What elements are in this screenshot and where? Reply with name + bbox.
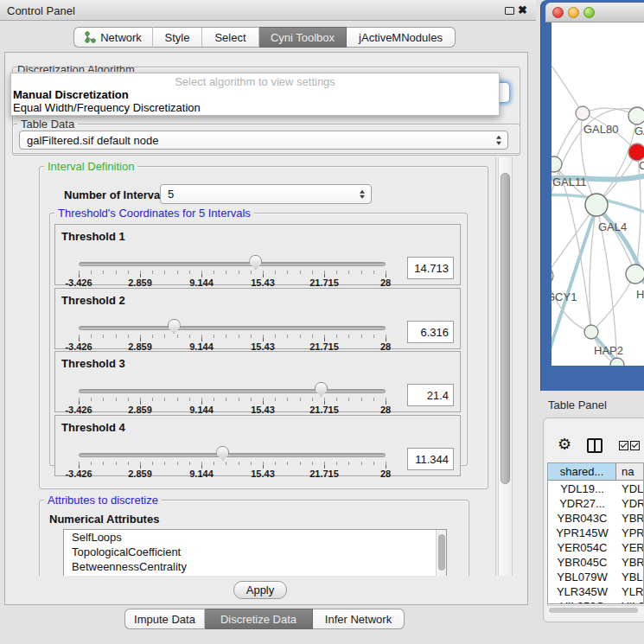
threshold-2-slider-thumb[interactable] bbox=[168, 319, 181, 334]
threshold-4-slider-thumb[interactable] bbox=[216, 446, 229, 461]
threshold-1-value-field[interactable]: 14.713 bbox=[407, 257, 454, 279]
threshold-2-slider-track[interactable] bbox=[79, 326, 386, 330]
table-row[interactable]: YPR145WYPR1 bbox=[548, 526, 644, 541]
list-item-topologicalcoefficient[interactable]: TopologicalCoefficient bbox=[64, 545, 446, 559]
scale-tick-label: -3.426 bbox=[48, 405, 109, 415]
node-gcy1[interactable] bbox=[552, 268, 553, 284]
scale-tick-label: 21.715 bbox=[294, 277, 354, 288]
network-icon bbox=[85, 31, 96, 43]
node-red[interactable] bbox=[628, 143, 644, 161]
tab-impute-data[interactable]: Impute Data bbox=[124, 609, 205, 629]
scale-tick-label: 9.144 bbox=[171, 277, 232, 288]
number-of-intervals-value: 5 bbox=[168, 188, 174, 201]
screen: Control Panel ✖ Network Style Select Cyn… bbox=[0, 0, 644, 644]
table-horizontal-scrollbar[interactable] bbox=[547, 605, 644, 614]
threshold-3-slider-track[interactable] bbox=[79, 389, 386, 393]
list-item-betweennesscentrality[interactable]: BetweennessCentrality bbox=[64, 559, 446, 574]
scale-tick-label: 21.715 bbox=[294, 469, 354, 479]
node-partial-right[interactable] bbox=[626, 265, 644, 284]
table-row[interactable]: YBR043CYBR0 bbox=[548, 512, 644, 526]
network-window-titlebar[interactable] bbox=[545, 3, 644, 22]
table-row[interactable]: YDR27...YDR2 bbox=[548, 497, 644, 512]
threshold-4-box: Threshold 4 -3.426 2.859 9.144 15.43 21.… bbox=[54, 415, 461, 476]
tab-select[interactable]: Select bbox=[202, 27, 259, 48]
apply-button[interactable]: Apply bbox=[233, 581, 287, 599]
scale-tick-label: 2.859 bbox=[110, 405, 170, 415]
threshold-3-slider-thumb[interactable] bbox=[315, 382, 328, 397]
threshold-1-slider-thumb[interactable] bbox=[249, 255, 262, 270]
threshold-1-box: Threshold 1 -3.426 2.859 9.144 15.43 21.… bbox=[54, 224, 461, 285]
threshold-4-slider-track[interactable] bbox=[79, 453, 386, 457]
node-label: GAL11 bbox=[552, 175, 587, 188]
minor-ticks bbox=[79, 398, 386, 401]
settings-scrollbar-thumb[interactable] bbox=[501, 173, 510, 484]
tab-discretize-data[interactable]: Discretize Data bbox=[205, 609, 313, 629]
float-window-icon[interactable] bbox=[505, 7, 514, 15]
tab-network-label: Network bbox=[100, 31, 142, 44]
interval-definition-group-label: Interval Definition bbox=[44, 160, 137, 173]
control-panel-titlebar bbox=[0, 0, 536, 21]
node-hap2[interactable] bbox=[584, 325, 598, 339]
table-horizontal-scrollbar-thumb[interactable] bbox=[549, 608, 638, 613]
node-label: HAP2 bbox=[594, 344, 623, 357]
split-view-icon[interactable] bbox=[587, 438, 603, 453]
node-gal80[interactable] bbox=[576, 106, 590, 120]
node-bottom[interactable] bbox=[610, 358, 624, 366]
table-row[interactable]: YIL052CYIL0 bbox=[548, 600, 644, 604]
threshold-2-value-field[interactable]: 6.316 bbox=[407, 321, 454, 343]
table-row[interactable]: YDL19...YDL1 bbox=[548, 482, 644, 497]
minor-ticks bbox=[79, 271, 386, 274]
node-label: GAL80 bbox=[583, 123, 618, 136]
checkbox-icon[interactable] bbox=[630, 441, 640, 450]
mac-minimize-button[interactable] bbox=[568, 7, 579, 18]
tab-jactivemnodules-label: jActiveMNodules bbox=[359, 31, 443, 44]
combo-arrows-icon bbox=[496, 133, 501, 148]
table-data-combo[interactable]: galFiltered.sif default node bbox=[19, 131, 508, 150]
tab-jactivemnodules[interactable]: jActiveMNodules bbox=[347, 27, 456, 48]
node-gal11[interactable] bbox=[552, 156, 562, 172]
popup-item-manual-discretization[interactable]: Manual Discretization bbox=[13, 88, 129, 101]
threshold-1-label: Threshold 1 bbox=[61, 230, 125, 243]
threshold-2-label: Threshold 2 bbox=[61, 294, 125, 307]
tab-infer-network[interactable]: Infer Network bbox=[313, 609, 405, 629]
number-of-intervals-label: Number of Intervals bbox=[64, 188, 169, 201]
node-table: shared... na YDL19...YDL1 YDR27...YDR2 Y… bbox=[547, 462, 644, 604]
table-row[interactable]: YLR345WYLR3 bbox=[548, 585, 644, 600]
mac-close-button[interactable] bbox=[552, 7, 564, 18]
table-row[interactable]: YBR045CYBR0 bbox=[548, 556, 644, 571]
table-row[interactable]: YBL079WYBL0 bbox=[548, 571, 644, 585]
tab-network[interactable]: Network bbox=[73, 27, 153, 48]
mac-zoom-button[interactable] bbox=[583, 7, 595, 18]
scale-tick-label: -3.426 bbox=[48, 277, 109, 288]
scale-tick-label: 2.859 bbox=[110, 277, 170, 288]
tab-discretize-data-label: Discretize Data bbox=[220, 613, 296, 626]
node-gal4[interactable] bbox=[585, 194, 608, 216]
list-item-selfloops[interactable]: SelfLoops bbox=[64, 530, 446, 545]
column-header-name[interactable]: na bbox=[616, 463, 644, 481]
node-label: H bbox=[636, 288, 644, 301]
number-of-intervals-combo[interactable]: 5 bbox=[160, 184, 372, 204]
threshold-3-value-field[interactable]: 21.4 bbox=[407, 384, 454, 406]
threshold-4-label: Threshold 4 bbox=[61, 421, 125, 434]
tab-style[interactable]: Style bbox=[153, 27, 202, 48]
algorithm-popup-hint: Select algorithm to view settings bbox=[11, 75, 499, 88]
close-icon[interactable]: ✖ bbox=[518, 3, 527, 16]
threshold-4-value-field[interactable]: 11.344 bbox=[407, 448, 454, 470]
node-label: GCY1 bbox=[552, 290, 577, 303]
threshold-1-slider-track[interactable] bbox=[79, 262, 386, 266]
settings-viewport: Interval Definition Number of Intervals … bbox=[12, 157, 496, 576]
thresholds-group-label: Threshold's Coordinates for 5 Intervals bbox=[54, 207, 254, 220]
node-partial-top[interactable] bbox=[628, 107, 644, 124]
popup-item-equal-width-frequency[interactable]: Equal Width/Frequency Discretization bbox=[13, 101, 201, 114]
settings-scrollbar[interactable] bbox=[498, 157, 513, 576]
tab-cyni-toolbox[interactable]: Cyni Toolbox bbox=[259, 27, 347, 48]
gear-icon[interactable]: ⚙ bbox=[558, 435, 571, 454]
apply-button-label: Apply bbox=[246, 583, 275, 596]
checkbox-icon[interactable] bbox=[619, 441, 628, 450]
algorithm-popup: Select algorithm to view settings Manual… bbox=[10, 73, 500, 116]
network-canvas[interactable]: GAL80 GA C GAL11 GAL4 GCY1 H HAP2 bbox=[552, 22, 644, 366]
numerical-attributes-list: SelfLoops TopologicalCoefficient Between… bbox=[63, 529, 447, 576]
table-row[interactable]: YER054CYER0 bbox=[548, 541, 644, 556]
column-header-shared[interactable]: shared... bbox=[548, 463, 616, 481]
attributes-list-scrollbar[interactable] bbox=[436, 530, 446, 576]
